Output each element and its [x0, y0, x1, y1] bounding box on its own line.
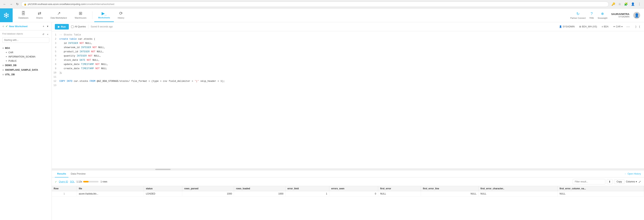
- col-header-first-error-character[interactable]: first_error_character..: [478, 186, 558, 191]
- worksheet-menu-button[interactable]: ▾: [46, 24, 49, 28]
- col-header-first-error[interactable]: first_error: [378, 186, 421, 191]
- sql-link[interactable]: SQL: [70, 180, 74, 183]
- col-header-first-error-line[interactable]: first_error_line: [421, 186, 478, 191]
- filter-input[interactable]: [573, 179, 605, 184]
- panel-right-expand-button[interactable]: ⟨: [638, 24, 641, 29]
- code-content-9: create_date TIMESTAMP NOT NULL: [60, 67, 644, 70]
- tab-results[interactable]: Results: [55, 170, 68, 178]
- partner-connect-item[interactable]: ↻ Partner Connect: [570, 12, 586, 19]
- cell-error-limit-1: 1: [286, 191, 329, 196]
- line-number-3: 3: [52, 42, 60, 45]
- code-editor[interactable]: 1 -- Stocks Table 2 create table car.sto…: [52, 31, 644, 169]
- more-options-button[interactable]: ⋯: [626, 24, 630, 30]
- col-header-rows-loaded[interactable]: rows_loaded: [234, 186, 286, 191]
- db-name-demo-db: DEMO_DB: [5, 64, 16, 67]
- db-item-bda[interactable]: ≡ BDA: [0, 46, 52, 50]
- db-icon-util-db: ≡: [2, 73, 4, 76]
- user-avatar[interactable]: 👤: [633, 12, 640, 19]
- nav-item-history[interactable]: ⟳ History: [114, 8, 128, 22]
- line-number-12: 12: [52, 79, 60, 83]
- sidebar-header: ‹ ✓ New Worksheet + ▾: [0, 22, 52, 30]
- extensions-icon[interactable]: 🧩: [623, 2, 629, 7]
- expand-results-button[interactable]: ⤢: [638, 180, 641, 184]
- schema-badge[interactable]: ✦ CAR ▾: [612, 25, 624, 28]
- snowsight-label: Snowsight: [598, 17, 608, 19]
- col-header-file[interactable]: file: [77, 186, 144, 191]
- warehouse-badge[interactable]: ⊞ BDA_WH (XS): [578, 25, 598, 28]
- refresh-db-button[interactable]: ↺: [42, 32, 45, 36]
- nav-item-warehouses[interactable]: ⊞ Warehouses: [71, 8, 90, 22]
- tab-data-preview[interactable]: Data Preview: [68, 170, 88, 178]
- top-navigation: 🗄 Databases ⇄ Shares ↗ Data Marketplace …: [0, 8, 644, 22]
- col-header-first-error-column-name[interactable]: first_error_column_na...: [558, 186, 644, 191]
- editor-scrollbar[interactable]: [52, 169, 644, 170]
- download-button[interactable]: ⬇: [607, 179, 612, 184]
- collapse-db-button[interactable]: «: [46, 32, 49, 36]
- col-header-errors-seen[interactable]: errors_seen: [329, 186, 378, 191]
- schema-item-information-schema[interactable]: ✦ INFORMATION_SCHEMA: [0, 54, 52, 59]
- col-header-rows-parsed[interactable]: rows_parsed: [182, 186, 234, 191]
- all-queries-checkbox-label[interactable]: All Queries: [71, 25, 86, 28]
- nav-item-worksheets[interactable]: ▶_ Worksheets: [94, 8, 114, 22]
- sidebar: ‹ ✓ New Worksheet + ▾ Find database obje…: [0, 22, 52, 220]
- code-line-13: 13: [52, 83, 644, 88]
- menu-icon[interactable]: ⋮: [637, 2, 642, 7]
- sidebar-db-section: Find database objects ↺ «: [0, 30, 52, 45]
- database-badge[interactable]: ≡ BDA: [600, 25, 610, 28]
- star-icon[interactable]: ☆: [618, 2, 622, 7]
- schema-value: CAR: [616, 25, 620, 28]
- col-header-status[interactable]: status: [144, 186, 182, 191]
- db-item-util-db[interactable]: ≡ UTIL_DB: [0, 72, 52, 77]
- results-table-wrap[interactable]: Row file status rows_parsed rows_loaded …: [52, 186, 644, 220]
- new-worksheet-label: New Worksheet: [9, 25, 28, 28]
- panel-right-collapse-button[interactable]: ⟩: [634, 24, 637, 29]
- code-line-9: 9 create_date TIMESTAMP NOT NULL: [52, 66, 644, 71]
- editor-scrollbar-thumb[interactable]: [155, 169, 170, 170]
- user-name: SAURAVMITRA: [611, 13, 630, 16]
- columns-button[interactable]: Columns ▾: [626, 180, 637, 183]
- cell-first-error-line-1: NULL: [421, 191, 478, 196]
- col-header-row[interactable]: Row: [52, 186, 77, 191]
- role-badge[interactable]: 👤 SYSADMIN: [558, 25, 576, 28]
- new-worksheet-button[interactable]: ✓ New Worksheet: [6, 25, 28, 28]
- time-value: 1.12s: [76, 180, 82, 183]
- all-queries-checkbox[interactable]: [71, 26, 74, 28]
- user-role: SYSADMIN: [611, 16, 630, 18]
- nav-item-shares[interactable]: ⇄ Shares: [32, 8, 47, 22]
- saved-text: Saved 8 seconds ago: [91, 25, 555, 28]
- open-history-button[interactable]: ← Open History: [624, 172, 641, 175]
- col-header-error-limit[interactable]: error_limit: [286, 186, 329, 191]
- nav-refresh-button[interactable]: ↻: [15, 2, 19, 7]
- key-icon[interactable]: 🔑: [611, 2, 616, 7]
- copy-button[interactable]: Copy: [614, 179, 624, 184]
- db-item-demo-db[interactable]: ≡ DEMO_DB: [0, 63, 52, 68]
- columns-label: Columns: [626, 180, 635, 183]
- nav-item-data-marketplace[interactable]: ↗ Data Marketplace: [46, 8, 71, 22]
- cell-errors-seen-1: 0: [329, 191, 378, 196]
- add-worksheet-button[interactable]: +: [42, 24, 45, 28]
- schema-item-public[interactable]: ✦ PUBLIC: [0, 59, 52, 63]
- snowsight-item[interactable]: ❄ Snowsight: [598, 12, 608, 19]
- nav-forward-button[interactable]: →: [9, 2, 14, 7]
- results-table: Row file status rows_parsed rows_loaded …: [52, 186, 644, 196]
- open-history-label: Open History: [628, 172, 641, 175]
- url-bar[interactable]: 🔒 ph21638.southeast-asia.azure.snowflake…: [21, 2, 609, 7]
- db-item-snowflake-sample[interactable]: ≡ SNOWFLAKE_SAMPLE_DATA: [0, 68, 52, 72]
- db-search-input[interactable]: [2, 37, 49, 43]
- query-id-link[interactable]: Query ID: [59, 180, 68, 183]
- schema-item-car[interactable]: ✦ CAR: [0, 50, 52, 54]
- help-item[interactable]: ? Help: [590, 12, 594, 19]
- db-name-snowflake-sample: SNOWFLAKE_SAMPLE_DATA: [5, 68, 38, 71]
- profile-icon[interactable]: 👤: [630, 2, 636, 7]
- nav-item-databases[interactable]: 🗄 Databases: [14, 8, 32, 22]
- code-line-1: 1 -- Stocks Table: [52, 33, 644, 37]
- nav-back-button[interactable]: ←: [2, 2, 7, 7]
- schema-name-public: PUBLIC: [8, 60, 17, 62]
- logo-area[interactable]: [0, 8, 13, 22]
- cell-file-1: azure://azbda.blo...: [77, 191, 144, 196]
- sidebar-toggle-button[interactable]: ‹: [2, 24, 4, 28]
- results-table-header-row: Row file status rows_parsed rows_loaded …: [52, 186, 644, 191]
- run-button[interactable]: ▶ Run: [55, 24, 69, 30]
- code-content-7: stock_date DATE NOT NULL,: [60, 58, 644, 62]
- all-queries-label: All Queries: [74, 25, 86, 28]
